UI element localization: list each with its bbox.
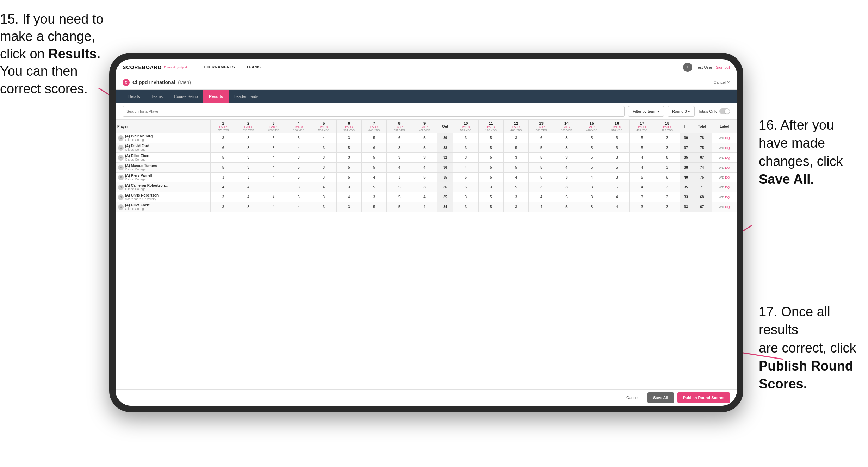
- hole-14-score[interactable]: 3: [554, 173, 579, 182]
- wd-label[interactable]: WD: [719, 136, 724, 140]
- dq-label[interactable]: DQ: [725, 146, 730, 150]
- cancel-button[interactable]: Cancel: [621, 392, 644, 403]
- hole-16-score[interactable]: 4: [604, 192, 629, 202]
- hole-8-score[interactable]: 3: [387, 173, 412, 182]
- hole-1-score[interactable]: 5: [211, 163, 236, 173]
- hole-8-score[interactable]: 3: [387, 153, 412, 163]
- hole-3-score[interactable]: 4: [261, 173, 286, 182]
- hole-10-score[interactable]: 3: [453, 202, 478, 212]
- tab-details[interactable]: Details: [123, 90, 146, 103]
- toggle-switch[interactable]: [719, 108, 730, 114]
- hole-3-score[interactable]: 5: [261, 133, 286, 143]
- hole-18-score[interactable]: 3: [655, 202, 680, 212]
- hole-12-score[interactable]: 3: [504, 192, 529, 202]
- hole-8-score[interactable]: 6: [387, 133, 412, 143]
- hole-7-score[interactable]: 5: [362, 202, 387, 212]
- hole-17-score[interactable]: 3: [630, 192, 655, 202]
- hole-2-score[interactable]: 4: [236, 182, 261, 192]
- hole-6-score[interactable]: 3: [336, 182, 361, 192]
- hole-18-score[interactable]: 6: [655, 153, 680, 163]
- hole-12-score[interactable]: 3: [504, 133, 529, 143]
- hole-5-score[interactable]: 4: [311, 182, 336, 192]
- hole-11-score[interactable]: 5: [478, 202, 503, 212]
- hole-13-score[interactable]: 5: [529, 153, 554, 163]
- hole-14-score[interactable]: 3: [554, 143, 579, 153]
- hole-9-score[interactable]: 3: [412, 182, 437, 192]
- hole-11-score[interactable]: 5: [478, 133, 503, 143]
- hole-10-score[interactable]: 3: [453, 133, 478, 143]
- wd-label[interactable]: WD: [719, 205, 724, 209]
- hole-9-score[interactable]: 4: [412, 192, 437, 202]
- wd-label[interactable]: WD: [719, 166, 724, 169]
- hole-4-score[interactable]: 3: [286, 153, 311, 163]
- hole-11-score[interactable]: 5: [478, 173, 503, 182]
- save-all-button[interactable]: Save All: [647, 392, 674, 403]
- hole-14-score[interactable]: 3: [554, 133, 579, 143]
- score-label[interactable]: WD DQ: [712, 143, 737, 153]
- hole-7-score[interactable]: 3: [362, 192, 387, 202]
- hole-7-score[interactable]: 5: [362, 133, 387, 143]
- hole-18-score[interactable]: 3: [655, 143, 680, 153]
- hole-6-score[interactable]: 5: [336, 163, 361, 173]
- hole-15-score[interactable]: 5: [579, 133, 604, 143]
- hole-3-score[interactable]: 3: [261, 143, 286, 153]
- hole-15-score[interactable]: 3: [579, 202, 604, 212]
- hole-13-score[interactable]: 4: [529, 202, 554, 212]
- dq-label[interactable]: DQ: [725, 176, 730, 179]
- hole-6-score[interactable]: 3: [336, 153, 361, 163]
- hole-18-score[interactable]: 6: [655, 173, 680, 182]
- hole-5-score[interactable]: 3: [311, 202, 336, 212]
- hole-16-score[interactable]: 6: [604, 143, 629, 153]
- nav-tournaments[interactable]: TOURNAMENTS: [198, 59, 241, 75]
- hole-8-score[interactable]: 5: [387, 182, 412, 192]
- hole-7-score[interactable]: 4: [362, 173, 387, 182]
- hole-4-score[interactable]: 5: [286, 163, 311, 173]
- score-label[interactable]: WD DQ: [712, 182, 737, 192]
- hole-4-score[interactable]: 5: [286, 173, 311, 182]
- hole-15-score[interactable]: 5: [579, 143, 604, 153]
- hole-4-score[interactable]: 3: [286, 182, 311, 192]
- hole-1-score[interactable]: 3: [211, 192, 236, 202]
- hole-11-score[interactable]: 5: [478, 192, 503, 202]
- hole-5-score[interactable]: 4: [311, 133, 336, 143]
- hole-3-score[interactable]: 4: [261, 192, 286, 202]
- hole-8-score[interactable]: 5: [387, 192, 412, 202]
- hole-14-score[interactable]: 5: [554, 202, 579, 212]
- dq-label[interactable]: DQ: [725, 205, 730, 209]
- hole-16-score[interactable]: 5: [604, 163, 629, 173]
- hole-12-score[interactable]: 5: [504, 143, 529, 153]
- hole-9-score[interactable]: 5: [412, 133, 437, 143]
- hole-16-score[interactable]: 4: [604, 202, 629, 212]
- sign-out-link[interactable]: Sign out: [716, 65, 730, 69]
- hole-15-score[interactable]: 4: [579, 173, 604, 182]
- hole-2-score[interactable]: 3: [236, 163, 261, 173]
- hole-1-score[interactable]: 4: [211, 182, 236, 192]
- hole-16-score[interactable]: 3: [604, 153, 629, 163]
- dq-label[interactable]: DQ: [725, 186, 730, 189]
- hole-10-score[interactable]: 4: [453, 163, 478, 173]
- hole-17-score[interactable]: 5: [630, 133, 655, 143]
- hole-2-score[interactable]: 4: [236, 192, 261, 202]
- hole-12-score[interactable]: 4: [504, 173, 529, 182]
- hole-7-score[interactable]: 6: [362, 143, 387, 153]
- hole-11-score[interactable]: 5: [478, 143, 503, 153]
- hole-1-score[interactable]: 3: [211, 202, 236, 212]
- hole-9-score[interactable]: 5: [412, 143, 437, 153]
- hole-11-score[interactable]: 5: [478, 163, 503, 173]
- hole-6-score[interactable]: 3: [336, 202, 361, 212]
- hole-18-score[interactable]: 3: [655, 163, 680, 173]
- wd-label[interactable]: WD: [719, 195, 724, 199]
- hole-4-score[interactable]: 5: [286, 192, 311, 202]
- score-label[interactable]: WD DQ: [712, 202, 737, 212]
- hole-14-score[interactable]: 4: [554, 163, 579, 173]
- hole-5-score[interactable]: 3: [311, 163, 336, 173]
- hole-1-score[interactable]: 3: [211, 173, 236, 182]
- hole-10-score[interactable]: 3: [453, 192, 478, 202]
- hole-13-score[interactable]: 5: [529, 143, 554, 153]
- cancel-tournament-button[interactable]: Cancel ✕: [714, 80, 730, 85]
- hole-18-score[interactable]: 3: [655, 192, 680, 202]
- hole-8-score[interactable]: 4: [387, 163, 412, 173]
- dq-label[interactable]: DQ: [725, 136, 730, 140]
- hole-1-score[interactable]: 5: [211, 153, 236, 163]
- round-selector-button[interactable]: Round 3 ▾: [668, 106, 695, 117]
